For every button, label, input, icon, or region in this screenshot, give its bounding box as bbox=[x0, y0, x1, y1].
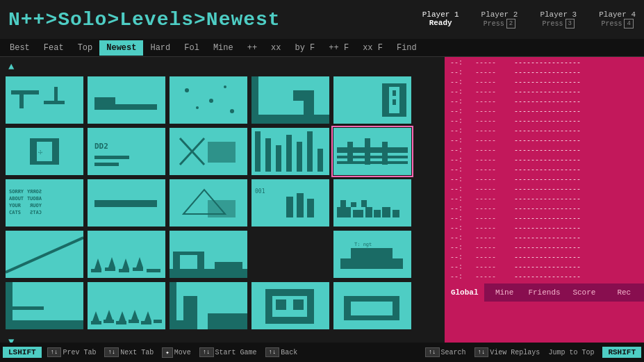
svg-rect-93 bbox=[170, 269, 247, 278]
score-row-12: --:--------------------- bbox=[450, 175, 638, 185]
score-row-3: --:--------------------- bbox=[450, 88, 638, 97]
level-thumb-17[interactable] bbox=[88, 231, 165, 278]
level-thumb-14[interactable]: 001 bbox=[251, 179, 329, 227]
move-label: Move bbox=[174, 349, 191, 356]
tab-plusplus[interactable]: ++ bbox=[240, 40, 264, 56]
level-thumb-5[interactable] bbox=[333, 76, 411, 124]
right-tab-friends[interactable]: Friends bbox=[525, 283, 564, 302]
svg-rect-38 bbox=[265, 138, 271, 172]
svg-rect-68 bbox=[297, 193, 304, 217]
svg-rect-95 bbox=[180, 255, 197, 269]
right-tabs: Global Mine Friends Score Rec bbox=[445, 283, 644, 302]
level-thumb-10[interactable] bbox=[333, 128, 411, 175]
level-thumb-22[interactable] bbox=[88, 282, 165, 329]
prevtab-key: ↑↓ bbox=[47, 347, 62, 357]
tab-best[interactable]: Best bbox=[3, 40, 37, 56]
player-2-name: Player 2 bbox=[481, 10, 518, 19]
level-thumb-12[interactable] bbox=[88, 179, 165, 227]
tab-hard[interactable]: Hard bbox=[143, 40, 177, 56]
tab-fol[interactable]: Fol bbox=[177, 40, 206, 56]
svg-rect-39 bbox=[276, 145, 281, 172]
score-row-14: --:--------------------- bbox=[450, 195, 638, 204]
svg-text:☩: ☩ bbox=[38, 148, 42, 156]
svg-rect-3 bbox=[44, 101, 65, 104]
right-tab-score[interactable]: Score bbox=[564, 283, 604, 302]
right-tab-mine[interactable]: Mine bbox=[484, 283, 524, 302]
level-thumb-20[interactable]: T: ngt bbox=[333, 231, 411, 278]
svg-rect-74 bbox=[374, 210, 381, 217]
level-thumb-1[interactable] bbox=[6, 76, 83, 124]
rshift-key[interactable]: RSHIFT bbox=[602, 347, 641, 358]
lshift-key[interactable]: LSHIFT bbox=[3, 347, 42, 358]
tab-mine[interactable]: Mine bbox=[206, 40, 240, 56]
nexttab-key: ↑↓ bbox=[104, 347, 119, 357]
svg-rect-129 bbox=[351, 302, 393, 315]
level-thumb-11[interactable]: SORRY ABOUT YOUR CATS SORRY ABOUT YOUR C… bbox=[6, 179, 83, 227]
svg-rect-30 bbox=[94, 156, 129, 159]
svg-rect-23 bbox=[393, 99, 396, 105]
level-thumb-25[interactable] bbox=[333, 282, 411, 329]
svg-rect-8 bbox=[170, 76, 247, 124]
tab-xxf[interactable]: xx F bbox=[356, 40, 390, 56]
svg-rect-119 bbox=[208, 313, 247, 329]
svg-rect-37 bbox=[255, 131, 261, 172]
level-thumb-13[interactable] bbox=[170, 179, 247, 227]
score-row-13: --:--------------------- bbox=[450, 185, 638, 195]
svg-point-13 bbox=[230, 109, 234, 113]
tab-find[interactable]: Find bbox=[390, 40, 424, 56]
level-thumb-4[interactable] bbox=[251, 76, 329, 124]
svg-rect-15 bbox=[251, 115, 329, 124]
svg-rect-28 bbox=[88, 128, 165, 175]
tab-feat[interactable]: Feat bbox=[37, 40, 71, 56]
level-thumb-16[interactable] bbox=[6, 231, 83, 278]
svg-rect-85 bbox=[119, 269, 129, 272]
player-3-name: Player 3 bbox=[540, 10, 577, 19]
player-3-press: Press 3 bbox=[543, 19, 575, 28]
right-tab-global[interactable]: Global bbox=[445, 283, 484, 302]
tab-top[interactable]: Top bbox=[71, 40, 100, 56]
score-row-18: --:--------------------- bbox=[450, 233, 638, 243]
tab-newest[interactable]: Newest bbox=[99, 40, 143, 56]
svg-text:ABOUT: ABOUT bbox=[9, 196, 24, 201]
svg-rect-41 bbox=[297, 142, 302, 172]
svg-rect-86 bbox=[133, 268, 143, 271]
player-4-name: Player 4 bbox=[599, 10, 636, 19]
level-thumb-2[interactable] bbox=[88, 76, 165, 124]
svg-rect-1 bbox=[11, 90, 39, 94]
svg-rect-64 bbox=[208, 200, 236, 217]
level-thumb-8[interactable] bbox=[170, 128, 247, 175]
level-thumb-9[interactable] bbox=[251, 128, 329, 175]
nexttab-label: Next Tab bbox=[120, 349, 154, 356]
svg-text:T: ngt: T: ngt bbox=[354, 242, 372, 247]
svg-rect-84 bbox=[105, 268, 115, 271]
level-thumb-21[interactable] bbox=[6, 282, 83, 329]
tab-plusplusf[interactable]: ++ F bbox=[322, 40, 356, 56]
svg-text:DD2: DD2 bbox=[94, 142, 108, 151]
score-row-17: --:--------------------- bbox=[450, 224, 638, 233]
level-thumb-6[interactable]: ☩ bbox=[6, 128, 83, 175]
svg-rect-49 bbox=[365, 138, 370, 165]
level-thumb-23[interactable] bbox=[170, 282, 247, 329]
scroll-up-arrow[interactable]: ▲ bbox=[6, 60, 439, 74]
svg-text:ABOUT: ABOUT bbox=[27, 196, 42, 201]
level-thumb-7[interactable]: DD2 bbox=[88, 128, 165, 175]
jumptotop-label: Jump to Top bbox=[548, 349, 594, 356]
svg-text:CATS: CATS bbox=[9, 210, 21, 215]
svg-rect-83 bbox=[91, 269, 101, 272]
svg-rect-50 bbox=[382, 142, 388, 165]
level-thumb-24[interactable] bbox=[251, 282, 329, 329]
level-thumb-18[interactable] bbox=[170, 231, 247, 278]
level-thumb-3[interactable] bbox=[170, 76, 247, 124]
tab-byf[interactable]: by F bbox=[288, 40, 322, 56]
right-tab-rec[interactable]: Rec bbox=[604, 283, 644, 302]
scroll-down-arrow[interactable]: ▼ bbox=[6, 335, 17, 343]
level-thumb-15[interactable] bbox=[333, 179, 411, 227]
svg-rect-78 bbox=[351, 202, 356, 207]
svg-rect-48 bbox=[347, 142, 353, 161]
svg-text:SORRY: SORRY bbox=[9, 189, 24, 195]
tab-xx[interactable]: xx bbox=[264, 40, 288, 56]
svg-rect-106 bbox=[91, 321, 101, 324]
svg-rect-40 bbox=[286, 135, 292, 172]
svg-rect-69 bbox=[307, 199, 314, 217]
search-key: ↑↓ bbox=[425, 347, 440, 357]
